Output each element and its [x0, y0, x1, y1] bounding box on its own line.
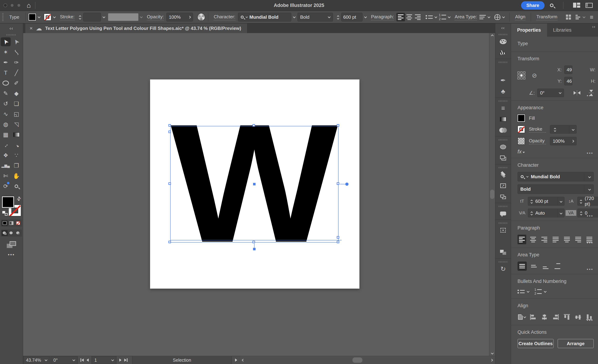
envelope-warp-dropdown[interactable]: [500, 13, 507, 21]
align-to-selection-icon[interactable]: [517, 312, 526, 322]
scroll-down-icon[interactable]: [491, 352, 494, 355]
font-size-field[interactable]: 600 pt: [341, 13, 363, 22]
appearance-opacity-label[interactable]: Opacity: [529, 138, 546, 144]
bulleted-list-dropdown[interactable]: [433, 13, 439, 21]
align-left-button[interactable]: [396, 13, 405, 21]
area-type-bottom-button[interactable]: [541, 261, 550, 271]
symbol-sprayer-tool[interactable]: ∵: [11, 151, 21, 160]
magic-wand-tool[interactable]: ✶: [1, 48, 11, 57]
align-horizontal-right-button[interactable]: [551, 312, 560, 322]
layers-panel[interactable]: [498, 170, 508, 180]
pen-tool[interactable]: ✒: [1, 58, 11, 67]
transform-link[interactable]: Transform: [536, 14, 557, 20]
baseline-shift-handle[interactable]: [253, 248, 256, 250]
handle-bottom-center[interactable]: [252, 241, 255, 243]
align-center-button[interactable]: [405, 13, 414, 21]
next-artboard-icon[interactable]: [119, 358, 121, 362]
controlbar-grip[interactable]: [2, 13, 4, 21]
width-profile-preview[interactable]: [108, 13, 138, 21]
font-style-select[interactable]: Bold: [297, 13, 333, 22]
last-artboard-icon[interactable]: [124, 358, 127, 362]
color-guide-panel[interactable]: [498, 48, 508, 58]
lasso-tool[interactable]: ʃ: [11, 48, 21, 57]
opacity-label[interactable]: Opacity:: [147, 14, 164, 20]
change-screen-mode-icon[interactable]: [7, 241, 16, 248]
font-family-select[interactable]: Mundial Bold: [238, 13, 291, 22]
stroke-panel[interactable]: ≡: [498, 103, 508, 113]
zoom-level-select[interactable]: 43.74%: [23, 356, 50, 364]
fill-swatch[interactable]: [2, 196, 14, 208]
ellipse-tool[interactable]: [1, 79, 11, 88]
paragraph-align-right-button[interactable]: [540, 235, 549, 244]
mesh-tool[interactable]: ▦: [1, 130, 11, 139]
first-artboard-icon[interactable]: [81, 358, 84, 362]
align-objects-icon[interactable]: [566, 15, 571, 20]
constrain-proportions-icon[interactable]: ⊘: [531, 71, 538, 80]
previous-artboard-icon[interactable]: [87, 358, 89, 362]
hand-tool[interactable]: ✋: [11, 171, 21, 180]
export-panel[interactable]: ↗: [498, 181, 508, 191]
appearance-fill-swatch[interactable]: [517, 114, 525, 122]
opacity-field[interactable]: 100%: [166, 13, 193, 22]
none-button[interactable]: [15, 220, 21, 226]
canvas[interactable]: W: [23, 33, 495, 356]
reference-point-selector[interactable]: [517, 72, 525, 79]
slice-tool[interactable]: ✄: [1, 171, 11, 180]
paragraph-label[interactable]: Paragraph:: [371, 14, 394, 20]
appearance-opacity-field[interactable]: 100%: [550, 137, 577, 145]
fill-color-dropdown[interactable]: [36, 13, 42, 21]
align-right-button[interactable]: [414, 13, 422, 21]
align-vertical-center-button[interactable]: [574, 312, 582, 322]
default-fill-stroke-icon[interactable]: [2, 211, 8, 216]
handle-bottom-right[interactable]: [337, 241, 339, 243]
handle-middle-left[interactable]: [168, 182, 171, 185]
scroll-up-icon[interactable]: [491, 34, 494, 37]
edit-toolbar-icon[interactable]: •••: [8, 252, 15, 258]
character-more-options-icon[interactable]: •••: [587, 213, 593, 218]
document-tab[interactable]: × ☁ Text Letter Polygon Using Pen Tool a…: [25, 24, 248, 33]
rotation-select[interactable]: 0°: [50, 356, 78, 364]
share-button[interactable]: Share: [521, 1, 545, 10]
brushes-panel[interactable]: ✒: [498, 75, 508, 85]
artboard-number-select[interactable]: 1: [91, 356, 116, 364]
align-link[interactable]: Align: [515, 14, 525, 20]
character-size-field[interactable]: 600 pt: [528, 197, 565, 206]
pathfinder-panel[interactable]: [498, 247, 508, 257]
line-segment-tool[interactable]: ╱: [11, 68, 21, 77]
recolor-artwork-icon[interactable]: [197, 13, 205, 21]
zoom-window-button[interactable]: [17, 4, 20, 7]
eraser-tool[interactable]: ◆: [11, 89, 21, 98]
flip-horizontal-icon[interactable]: [573, 90, 580, 95]
graphic-styles-panel[interactable]: [498, 153, 508, 163]
shape-builder-tool[interactable]: ◍: [1, 120, 11, 129]
panel-layout-icon[interactable]: [586, 3, 593, 8]
align-vertical-top-button[interactable]: [563, 312, 571, 322]
paragraph-align-center-button[interactable]: [529, 235, 538, 244]
artboard-tool[interactable]: ❐: [11, 161, 21, 170]
width-tool[interactable]: ∿: [1, 110, 11, 119]
scroll-right-icon[interactable]: [490, 359, 493, 362]
vertical-scrollbar[interactable]: [489, 33, 495, 356]
color-panel[interactable]: [498, 37, 508, 47]
width-profile-dropdown[interactable]: [138, 13, 144, 21]
distribute-objects-icon[interactable]: [576, 15, 581, 19]
gradient-button[interactable]: [8, 220, 14, 226]
appearance-panel[interactable]: [498, 142, 508, 152]
appearance-stroke-swatch[interactable]: [517, 126, 525, 133]
curvature-tool[interactable]: ✑: [11, 58, 21, 67]
font-family-dropdown[interactable]: [291, 13, 297, 21]
rotate-handle-dot[interactable]: [345, 183, 349, 186]
appearance-stroke-label[interactable]: Stroke: [529, 126, 546, 133]
bulleted-list-icon[interactable]: [426, 15, 433, 19]
gradient-tool[interactable]: [11, 130, 21, 139]
free-transform-tool[interactable]: ◱: [11, 110, 21, 119]
draw-inside-button[interactable]: [15, 230, 21, 236]
area-type-dropdown[interactable]: [486, 13, 492, 21]
font-size-dropdown[interactable]: [363, 13, 369, 21]
align-panel[interactable]: [498, 236, 508, 246]
area-type-options-icon[interactable]: [479, 15, 486, 19]
envelope-warp-icon[interactable]: [494, 14, 500, 20]
stroke-weight-field[interactable]: [550, 125, 577, 134]
stroke-color-swatch[interactable]: [44, 14, 51, 21]
dock-collapse-icon[interactable]: ‹‹: [501, 24, 505, 32]
